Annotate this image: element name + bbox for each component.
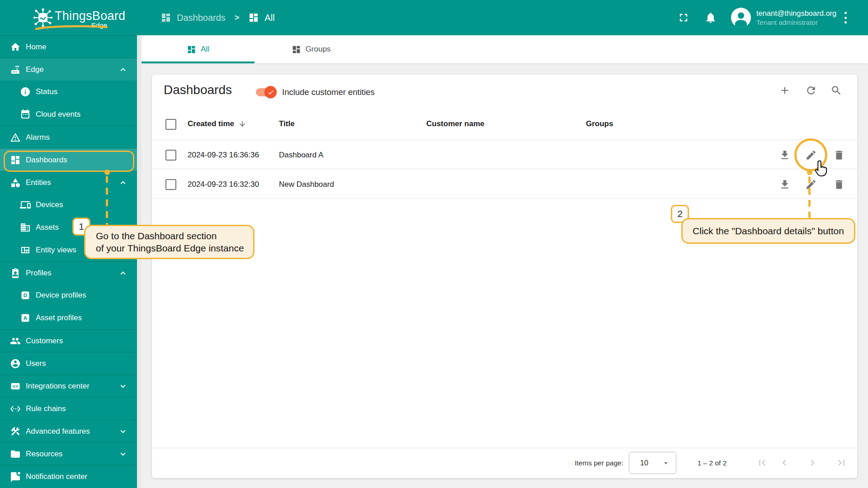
- search-icon[interactable]: [830, 85, 842, 96]
- sidebar-item-asset-profiles[interactable]: A Asset profiles: [0, 307, 142, 329]
- logo-underline-annotation: [34, 24, 108, 31]
- fullscreen-icon[interactable]: [677, 11, 690, 24]
- column-header-title[interactable]: Title: [279, 119, 295, 128]
- dashboard-details-edit-icon[interactable]: [805, 179, 817, 190]
- delete-icon[interactable]: [833, 179, 845, 190]
- user-account-block[interactable]: tenant@thingsboard.org Tenant administra…: [731, 8, 836, 28]
- dropdown-caret-icon: [661, 459, 670, 468]
- row-checkbox[interactable]: [165, 150, 176, 161]
- sidebar-item-home[interactable]: Home: [0, 35, 142, 58]
- view-quilt-icon: [20, 245, 31, 256]
- notification-center-icon: [10, 471, 21, 482]
- annotation-dashed-line-1: [106, 176, 108, 225]
- dashboards-card: [152, 75, 857, 478]
- hand-cursor-icon: [813, 159, 831, 179]
- warning-icon: [10, 132, 21, 143]
- tab-groups-label: Groups: [306, 45, 331, 54]
- groups-tab-icon: [292, 45, 301, 54]
- column-header-groups[interactable]: Groups: [586, 119, 613, 128]
- info-icon: [20, 86, 31, 97]
- sidebar-item-rule-chains[interactable]: Rule chains: [0, 397, 142, 420]
- sidebar-item-label: Entity views: [36, 246, 76, 255]
- sidebar-item-users[interactable]: Users: [0, 352, 142, 374]
- sidebar-item-resources[interactable]: Resources: [0, 442, 142, 465]
- sidebar-item-label: Asset profiles: [36, 313, 82, 322]
- cell-title: Dashboard A: [279, 151, 323, 160]
- rule-chain-icon: [10, 403, 21, 414]
- sidebar-item-cloud-events[interactable]: Cloud events: [0, 103, 142, 126]
- step-2-text: Click the "Dashboard details" button: [693, 226, 844, 237]
- previous-page-icon[interactable]: [778, 457, 790, 469]
- tools-icon: [10, 426, 21, 437]
- pagination-range: 1 – 2 of 2: [689, 459, 735, 467]
- column-header-customer-name[interactable]: Customer name: [426, 119, 484, 128]
- person-icon: [10, 358, 21, 369]
- add-button-icon[interactable]: [779, 85, 791, 96]
- sidebar-item-customers[interactable]: Customers: [0, 329, 142, 352]
- annotation-connector-dot: [807, 170, 812, 175]
- router-icon: [10, 64, 21, 75]
- first-page-icon[interactable]: [756, 457, 768, 469]
- sidebar-item-label: Profiles: [26, 269, 52, 278]
- sidebar-item-label: Devices: [36, 200, 63, 209]
- sidebar-item-devices[interactable]: Devices: [0, 194, 142, 216]
- row-checkbox[interactable]: [165, 179, 176, 190]
- sort-desc-arrow-icon[interactable]: [238, 120, 246, 128]
- sidebar-item-status[interactable]: Status: [0, 81, 142, 103]
- sidebar-item-label: Notification center: [26, 472, 87, 481]
- tab-bar: All Groups: [142, 35, 868, 63]
- divider: [152, 448, 857, 448]
- sidebar-item-edge[interactable]: Edge: [0, 58, 142, 81]
- more-menu-icon[interactable]: [841, 12, 850, 24]
- thingsboard-app: Dashboards > All tenant@thingsboard.org …: [0, 0, 868, 488]
- device-profile-icon: D: [20, 290, 31, 301]
- sidebar-item-advanced-features[interactable]: Advanced features: [0, 420, 142, 442]
- dashboards-highlight-outline: [4, 151, 134, 172]
- cell-created-time: 2024-09-23 16:36:36: [188, 151, 259, 160]
- sidebar-item-entities[interactable]: Entities: [0, 171, 142, 194]
- sidebar-item-label: Cloud events: [36, 110, 80, 119]
- domain-icon: [20, 222, 31, 233]
- download-icon[interactable]: [779, 149, 791, 161]
- check-icon: [267, 89, 274, 96]
- delete-icon[interactable]: [833, 149, 845, 161]
- sidebar-item-label: Customers: [26, 336, 63, 346]
- sidebar-item-label: Resources: [26, 450, 62, 459]
- last-page-icon[interactable]: [835, 457, 847, 469]
- notifications-bell-icon[interactable]: [704, 11, 717, 24]
- breadcrumb-all[interactable]: All: [264, 13, 274, 23]
- select-all-checkbox[interactable]: [165, 119, 176, 130]
- sidebar-item-profiles[interactable]: Profiles: [0, 261, 142, 284]
- sidebar-scrollbar[interactable]: [137, 35, 142, 488]
- include-customer-entities-toggle[interactable]: [256, 88, 276, 96]
- step-1-text: Go to the Dashboard section of your Thin…: [96, 230, 244, 254]
- sidebar-item-label: Entities: [26, 178, 51, 187]
- tab-all[interactable]: All: [142, 35, 255, 63]
- items-per-page-select[interactable]: 10: [629, 452, 676, 474]
- next-page-icon[interactable]: [807, 457, 818, 469]
- tab-groups[interactable]: Groups: [255, 35, 368, 63]
- sidebar-item-notification-center[interactable]: Notification center: [0, 465, 142, 488]
- chevron-down-icon: [118, 449, 128, 459]
- calendar-icon: [20, 109, 31, 120]
- step-2-number: 2: [677, 208, 683, 219]
- svg-text:A: A: [24, 315, 27, 321]
- chevron-up-icon: [118, 178, 128, 188]
- step-1-callout: Go to the Dashboard section of your Thin…: [84, 225, 255, 259]
- all-tab-icon: [187, 45, 196, 54]
- sidebar-item-alarms[interactable]: Alarms: [0, 126, 142, 148]
- sidebar-item-label: Users: [26, 359, 46, 368]
- sidebar-item-label: Rule chains: [26, 404, 66, 413]
- download-icon[interactable]: [779, 179, 791, 190]
- breadcrumb-dashboards[interactable]: Dashboards: [177, 13, 226, 23]
- sidebar-item-integrations-center[interactable]: <> Integrations center: [0, 374, 142, 397]
- column-header-created-time[interactable]: Created time: [188, 119, 234, 128]
- svg-text:<>: <>: [13, 383, 18, 389]
- folder-icon: [10, 449, 21, 460]
- chevron-up-icon: [118, 65, 128, 75]
- sidebar-item-label: Edge: [26, 65, 44, 74]
- refresh-icon[interactable]: [805, 85, 817, 96]
- toggle-label: Include customer entities: [282, 87, 375, 97]
- chevron-down-icon: [118, 426, 128, 436]
- sidebar-item-device-profiles[interactable]: D Device profiles: [0, 284, 142, 307]
